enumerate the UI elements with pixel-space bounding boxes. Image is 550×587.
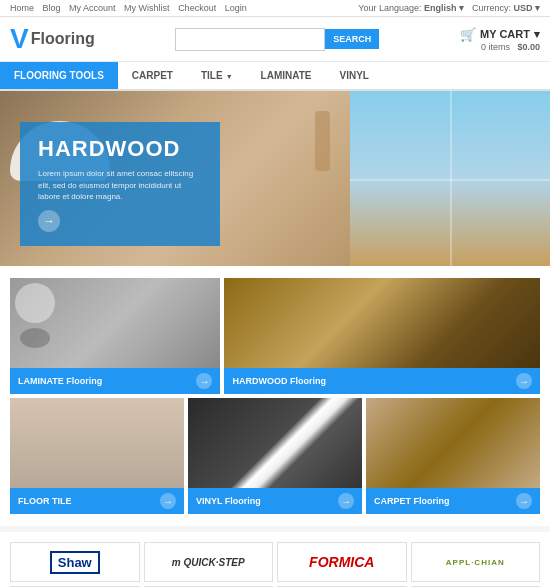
laminate-name: LAMINATE Flooring <box>18 376 102 386</box>
nav-account[interactable]: My Account <box>69 3 116 13</box>
cart-dropdown-icon: ▾ <box>534 28 540 41</box>
carpet-name: CARPET Flooring <box>374 496 450 506</box>
search-area: SEARCH <box>175 28 379 51</box>
brands-section: Shaw m QUICK·STEP FORMICA APPL·CHIAN Eco… <box>0 532 550 587</box>
brand-shaw[interactable]: Shaw <box>10 542 140 582</box>
brands-grid: Shaw m QUICK·STEP FORMICA APPL·CHIAN Eco… <box>10 542 540 587</box>
search-button[interactable]: SEARCH <box>325 29 379 49</box>
product-card-floortile[interactable]: FLOOR TILE → <box>10 398 184 514</box>
carpet-label: CARPET Flooring → <box>366 488 540 514</box>
nav-tile[interactable]: TILE <box>187 62 247 89</box>
appalachian-logo: APPL·CHIAN <box>446 558 505 567</box>
nav-login[interactable]: Login <box>225 3 247 13</box>
product-card-laminate[interactable]: LAMINATE Flooring → <box>10 278 220 394</box>
nav-home[interactable]: Home <box>10 3 34 13</box>
hardwood-label: HARDWOOD Flooring → <box>224 368 540 394</box>
shaw-logo: Shaw <box>50 551 100 574</box>
nav-wishlist[interactable]: My Wishlist <box>124 3 170 13</box>
carpet-arrow: → <box>516 493 532 509</box>
brand-quickstep[interactable]: m QUICK·STEP <box>144 542 274 582</box>
vinyl-name: VINYL Flooring <box>196 496 261 506</box>
main-nav: FLOORING TOOLS CARPET TILE LAMINATE VINY… <box>0 62 550 91</box>
hero-overlay: HARDWOOD Lorem ipsum dolor sit amet cons… <box>0 91 550 266</box>
brand-appalachian[interactable]: APPL·CHIAN <box>411 542 541 582</box>
logo-v: V <box>10 25 29 53</box>
laminate-label: LAMINATE Flooring → <box>10 368 220 394</box>
product-row-bottom: FLOOR TILE → VINYL Flooring → CARPET Flo… <box>10 398 540 514</box>
nav-checkout[interactable]: Checkout <box>178 3 216 13</box>
top-bar: Home Blog My Account My Wishlist Checkou… <box>0 0 550 17</box>
hero-cta-arrow[interactable]: → <box>38 210 60 232</box>
top-right: Your Language: English ▾ Currency: USD ▾ <box>358 3 540 13</box>
cart-icon: 🛒 <box>460 27 476 42</box>
nav-carpet[interactable]: CARPET <box>118 62 187 89</box>
laminate-arrow: → <box>196 373 212 389</box>
header: V Flooring SEARCH 🛒 MY CART ▾ 0 items $0… <box>0 17 550 62</box>
floortile-name: FLOOR TILE <box>18 496 72 506</box>
laminate-image <box>10 278 220 368</box>
floortile-image <box>10 398 184 488</box>
floortile-label: FLOOR TILE → <box>10 488 184 514</box>
product-section: LAMINATE Flooring → HARDWOOD Flooring → … <box>0 266 550 526</box>
hardwood-arrow: → <box>516 373 532 389</box>
quickstep-logo: m QUICK·STEP <box>172 557 245 568</box>
formica-logo: FORMICA <box>309 554 374 570</box>
logo-text: Flooring <box>31 30 95 48</box>
hardwood-name: HARDWOOD Flooring <box>232 376 326 386</box>
logo[interactable]: V Flooring <box>10 25 95 53</box>
search-input[interactable] <box>175 28 325 51</box>
vinyl-label: VINYL Flooring → <box>188 488 362 514</box>
cart-area: 🛒 MY CART ▾ 0 items $0.00 <box>460 27 540 52</box>
cart-items: 0 items <box>481 42 510 52</box>
vinyl-arrow: → <box>338 493 354 509</box>
product-card-hardwood[interactable]: HARDWOOD Flooring → <box>224 278 540 394</box>
hero-content: HARDWOOD Lorem ipsum dolor sit amet cons… <box>20 122 220 246</box>
product-card-vinyl[interactable]: VINYL Flooring → <box>188 398 362 514</box>
floortile-arrow: → <box>160 493 176 509</box>
hero-description: Lorem ipsum dolor sit amet consac elitsc… <box>38 168 202 202</box>
nav-laminate[interactable]: LAMINATE <box>247 62 326 89</box>
hardwood-image <box>224 278 540 368</box>
top-nav-links: Home Blog My Account My Wishlist Checkou… <box>10 3 253 13</box>
product-card-carpet[interactable]: CARPET Flooring → <box>366 398 540 514</box>
currency-selector[interactable]: Currency: USD ▾ <box>472 3 540 13</box>
nav-vinyl[interactable]: VINYL <box>325 62 382 89</box>
product-row-top: LAMINATE Flooring → HARDWOOD Flooring → <box>10 278 540 394</box>
nav-blog[interactable]: Blog <box>43 3 61 13</box>
cart-total: $0.00 <box>517 42 540 52</box>
nav-flooring-tools[interactable]: FLOORING TOOLS <box>0 62 118 89</box>
cart-title[interactable]: 🛒 MY CART ▾ <box>460 27 540 42</box>
brand-formica[interactable]: FORMICA <box>277 542 407 582</box>
vinyl-image <box>188 398 362 488</box>
hero-title: HARDWOOD <box>38 136 202 162</box>
cart-info: 0 items $0.00 <box>481 42 540 52</box>
language-selector[interactable]: Your Language: English ▾ <box>358 3 464 13</box>
hero-banner: HARDWOOD Lorem ipsum dolor sit amet cons… <box>0 91 550 266</box>
carpet-image <box>366 398 540 488</box>
